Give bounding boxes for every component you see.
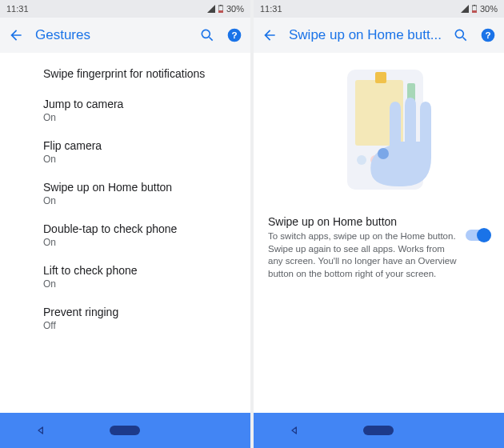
svg-rect-16 bbox=[375, 72, 386, 83]
gesture-item-prevent-ringing[interactable]: Prevent ringing Off bbox=[0, 298, 250, 339]
back-icon[interactable] bbox=[8, 27, 24, 43]
search-icon[interactable] bbox=[199, 27, 215, 43]
signal-icon bbox=[461, 5, 469, 13]
status-right: 30% bbox=[207, 4, 244, 14]
detail-section: Swipe up on Home button To switch apps, … bbox=[254, 204, 504, 280]
back-icon[interactable] bbox=[262, 27, 278, 43]
item-title: Swipe fingerprint for notifications bbox=[43, 67, 236, 80]
item-sub: Off bbox=[43, 320, 236, 331]
nav-bar bbox=[254, 413, 504, 448]
signal-icon bbox=[207, 5, 215, 13]
status-right: 30% bbox=[461, 4, 498, 14]
gesture-item-swipe-home[interactable]: Swipe up on Home button On bbox=[0, 173, 250, 214]
item-sub: On bbox=[43, 278, 236, 290]
help-icon[interactable]: ? bbox=[480, 27, 496, 43]
phone-right: 11:31 30% Swipe up on Home butt... ? bbox=[254, 0, 504, 448]
item-sub: On bbox=[43, 112, 236, 123]
svg-rect-8 bbox=[474, 5, 475, 6]
item-sub: On bbox=[43, 195, 236, 206]
battery-icon bbox=[472, 5, 477, 13]
search-icon[interactable] bbox=[453, 27, 469, 43]
svg-point-3 bbox=[202, 30, 210, 38]
nav-back-icon[interactable] bbox=[22, 424, 61, 437]
battery-icon bbox=[218, 5, 223, 13]
gesture-item-jump-camera[interactable]: Jump to camera On bbox=[0, 90, 250, 131]
svg-rect-1 bbox=[220, 5, 222, 6]
item-title: Double-tap to check phone bbox=[43, 222, 236, 235]
svg-text:?: ? bbox=[231, 30, 237, 40]
nav-home-pill[interactable] bbox=[106, 426, 144, 435]
app-bar: Gestures ? bbox=[0, 18, 250, 53]
svg-line-11 bbox=[463, 38, 466, 41]
svg-point-23 bbox=[378, 148, 389, 159]
gesture-item-fingerprint[interactable]: Swipe fingerprint for notifications bbox=[0, 59, 250, 90]
status-time: 11:31 bbox=[6, 4, 29, 14]
gesture-item-double-tap[interactable]: Double-tap to check phone On bbox=[0, 214, 250, 256]
help-icon[interactable]: ? bbox=[226, 27, 242, 43]
svg-text:?: ? bbox=[485, 30, 490, 40]
app-bar: Swipe up on Home butt... ? bbox=[254, 18, 504, 53]
nav-bar bbox=[0, 413, 250, 448]
detail-title: Swipe up on Home button bbox=[268, 215, 458, 228]
nav-home-pill[interactable] bbox=[359, 426, 398, 435]
item-title: Prevent ringing bbox=[43, 306, 236, 318]
svg-rect-9 bbox=[472, 10, 477, 13]
item-title: Jump to camera bbox=[43, 98, 236, 110]
page-title: Swipe up on Home butt... bbox=[289, 27, 442, 43]
detail-content: Swipe up on Home button To switch apps, … bbox=[254, 53, 504, 413]
svg-line-4 bbox=[210, 38, 213, 41]
item-title: Lift to check phone bbox=[43, 264, 236, 277]
nav-back-icon[interactable] bbox=[276, 424, 314, 437]
battery-percent: 30% bbox=[226, 4, 244, 14]
phone-left: 11:31 30% Gestures ? Swipe fingerprint f… bbox=[0, 0, 250, 448]
status-bar: 11:31 30% bbox=[0, 0, 250, 18]
item-title: Flip camera bbox=[43, 139, 236, 152]
svg-point-18 bbox=[357, 155, 366, 165]
status-bar: 11:31 30% bbox=[254, 0, 504, 18]
item-title: Swipe up on Home button bbox=[43, 181, 236, 194]
page-title: Gestures bbox=[35, 27, 188, 43]
item-sub: On bbox=[43, 237, 236, 248]
item-sub: On bbox=[43, 154, 236, 165]
detail-description: To switch apps, swipe up on the Home but… bbox=[268, 230, 458, 280]
illustration bbox=[254, 59, 504, 204]
svg-rect-2 bbox=[218, 10, 223, 13]
status-time: 11:31 bbox=[260, 4, 282, 14]
gesture-item-flip-camera[interactable]: Flip camera On bbox=[0, 131, 250, 173]
gesture-item-lift[interactable]: Lift to check phone On bbox=[0, 256, 250, 298]
battery-percent: 30% bbox=[480, 4, 498, 14]
toggle-switch[interactable] bbox=[466, 230, 490, 241]
svg-point-10 bbox=[455, 30, 463, 38]
settings-list: Swipe fingerprint for notifications Jump… bbox=[0, 53, 250, 413]
